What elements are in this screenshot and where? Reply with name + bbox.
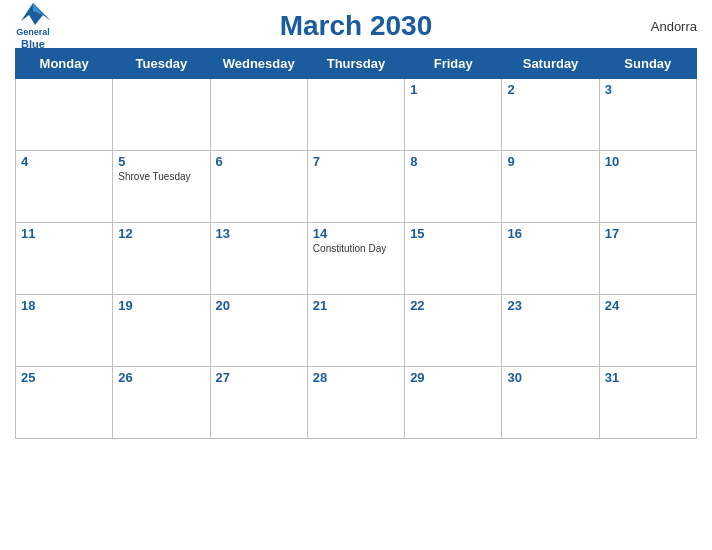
header-tuesday: Tuesday (113, 49, 210, 79)
header-thursday: Thursday (307, 49, 404, 79)
day-number: 12 (118, 226, 204, 241)
calendar-cell: 16 (502, 223, 599, 295)
calendar-cell: 14Constitution Day (307, 223, 404, 295)
calendar-cell (16, 79, 113, 151)
calendar-header: General Blue March 2030 Andorra (15, 10, 697, 42)
day-number: 13 (216, 226, 302, 241)
calendar-grid: Monday Tuesday Wednesday Thursday Friday… (15, 48, 697, 439)
day-number: 31 (605, 370, 691, 385)
region-label: Andorra (651, 19, 697, 34)
day-number: 9 (507, 154, 593, 169)
day-number: 5 (118, 154, 204, 169)
logo-general: General (16, 27, 50, 38)
day-number: 29 (410, 370, 496, 385)
week-row-0: 123 (16, 79, 697, 151)
calendar-cell: 15 (405, 223, 502, 295)
day-number: 6 (216, 154, 302, 169)
svg-marker-0 (21, 3, 51, 25)
week-row-4: 25262728293031 (16, 367, 697, 439)
header-monday: Monday (16, 49, 113, 79)
day-number: 8 (410, 154, 496, 169)
day-number: 27 (216, 370, 302, 385)
day-number: 10 (605, 154, 691, 169)
calendar-cell: 9 (502, 151, 599, 223)
calendar-cell: 28 (307, 367, 404, 439)
calendar-container: General Blue March 2030 Andorra Monday T… (0, 0, 712, 454)
calendar-cell: 26 (113, 367, 210, 439)
calendar-cell: 10 (599, 151, 696, 223)
calendar-cell: 5Shrove Tuesday (113, 151, 210, 223)
calendar-cell: 11 (16, 223, 113, 295)
calendar-cell: 30 (502, 367, 599, 439)
calendar-cell: 8 (405, 151, 502, 223)
calendar-title: March 2030 (280, 10, 433, 42)
calendar-cell: 13 (210, 223, 307, 295)
day-number: 23 (507, 298, 593, 313)
day-number: 11 (21, 226, 107, 241)
logo-blue: Blue (21, 38, 45, 51)
day-number: 18 (21, 298, 107, 313)
day-number: 14 (313, 226, 399, 241)
day-number: 16 (507, 226, 593, 241)
day-number: 26 (118, 370, 204, 385)
day-number: 1 (410, 82, 496, 97)
week-row-2: 11121314Constitution Day151617 (16, 223, 697, 295)
day-number: 17 (605, 226, 691, 241)
day-number: 24 (605, 298, 691, 313)
calendar-cell: 27 (210, 367, 307, 439)
calendar-cell: 29 (405, 367, 502, 439)
header-friday: Friday (405, 49, 502, 79)
day-number: 20 (216, 298, 302, 313)
calendar-cell: 18 (16, 295, 113, 367)
day-number: 7 (313, 154, 399, 169)
event-label: Shrove Tuesday (118, 171, 204, 182)
header-saturday: Saturday (502, 49, 599, 79)
calendar-cell: 25 (16, 367, 113, 439)
day-number: 28 (313, 370, 399, 385)
calendar-cell: 17 (599, 223, 696, 295)
day-number: 15 (410, 226, 496, 241)
day-number: 25 (21, 370, 107, 385)
logo-icon (15, 1, 51, 27)
calendar-cell: 4 (16, 151, 113, 223)
header-sunday: Sunday (599, 49, 696, 79)
calendar-cell: 31 (599, 367, 696, 439)
day-number: 2 (507, 82, 593, 97)
day-number: 19 (118, 298, 204, 313)
calendar-cell: 3 (599, 79, 696, 151)
calendar-cell: 20 (210, 295, 307, 367)
calendar-cell: 21 (307, 295, 404, 367)
calendar-cell: 6 (210, 151, 307, 223)
week-row-3: 18192021222324 (16, 295, 697, 367)
logo: General Blue (15, 1, 51, 51)
calendar-cell: 12 (113, 223, 210, 295)
day-number: 22 (410, 298, 496, 313)
calendar-cell: 7 (307, 151, 404, 223)
weekday-header-row: Monday Tuesday Wednesday Thursday Friday… (16, 49, 697, 79)
day-number: 3 (605, 82, 691, 97)
calendar-cell: 23 (502, 295, 599, 367)
header-wednesday: Wednesday (210, 49, 307, 79)
week-row-1: 45Shrove Tuesday678910 (16, 151, 697, 223)
calendar-cell: 1 (405, 79, 502, 151)
calendar-cell: 2 (502, 79, 599, 151)
calendar-cell: 24 (599, 295, 696, 367)
event-label: Constitution Day (313, 243, 399, 254)
calendar-cell: 19 (113, 295, 210, 367)
calendar-cell (113, 79, 210, 151)
day-number: 4 (21, 154, 107, 169)
day-number: 30 (507, 370, 593, 385)
calendar-cell (307, 79, 404, 151)
calendar-cell (210, 79, 307, 151)
calendar-cell: 22 (405, 295, 502, 367)
day-number: 21 (313, 298, 399, 313)
